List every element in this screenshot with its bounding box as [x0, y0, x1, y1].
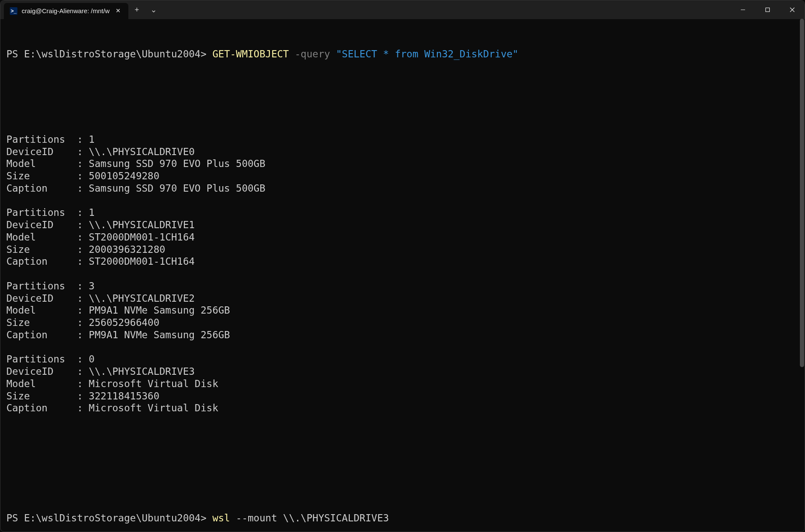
kv-line: DeviceID : \\.\PHYSICALDRIVE1 [6, 219, 799, 231]
terminal-window: >_ craig@Craig-Alienware: /mnt/w ✕ + ⌄ P… [0, 0, 805, 532]
kv-line: Caption : Samsung SSD 970 EVO Plus 500GB [6, 182, 799, 195]
drive-entry: Partitions : 1DeviceID : \\.\PHYSICALDRI… [6, 133, 799, 195]
maximize-icon [765, 7, 770, 12]
window-controls [731, 0, 805, 19]
close-icon [790, 7, 795, 12]
drive-entry: Partitions : 1DeviceID : \\.\PHYSICALDRI… [6, 207, 799, 268]
kv-line: Size : 500105249280 [6, 170, 799, 182]
kv-line: Model : PM9A1 NVMe Samsung 256GB [6, 304, 799, 317]
tab-dropdown-button[interactable]: ⌄ [145, 0, 162, 19]
tab-active[interactable]: >_ craig@Craig-Alienware: /mnt/w ✕ [4, 3, 128, 19]
powershell-icon: >_ [10, 7, 17, 15]
maximize-button[interactable] [755, 0, 780, 19]
wmi-output: Partitions : 1DeviceID : \\.\PHYSICALDRI… [6, 133, 799, 414]
kv-line: Partitions : 3 [6, 280, 799, 292]
kv-line: Model : Samsung SSD 970 EVO Plus 500GB [6, 158, 799, 170]
close-button[interactable] [780, 0, 805, 19]
kv-line: Size : 256052966400 [6, 317, 799, 329]
titlebar: >_ craig@Craig-Alienware: /mnt/w ✕ + ⌄ [0, 0, 805, 19]
kv-line: Caption : Microsoft Virtual Disk [6, 402, 799, 414]
terminal-pane[interactable]: PS E:\wslDistroStorage\Ubuntu2004> GET-W… [0, 19, 805, 532]
kv-line: Caption : ST2000DM001-1CH164 [6, 255, 799, 268]
kv-line: Caption : PM9A1 NVMe Samsung 256GB [6, 329, 799, 341]
kv-line: Partitions : 1 [6, 133, 799, 146]
new-tab-button[interactable]: + [128, 0, 145, 19]
minimize-button[interactable] [731, 0, 755, 19]
kv-line: Partitions : 1 [6, 207, 799, 219]
minimize-icon [740, 7, 745, 12]
svg-rect-1 [766, 8, 770, 12]
kv-line: DeviceID : \\.\PHYSICALDRIVE0 [6, 146, 799, 158]
tab-strip: >_ craig@Craig-Alienware: /mnt/w ✕ [0, 0, 128, 19]
vertical-scrollbar[interactable] [800, 19, 804, 367]
tab-title: craig@Craig-Alienware: /mnt/w [22, 7, 110, 15]
prompt-line-2: PS E:\wslDistroStorage\Ubuntu2004> wsl -… [6, 512, 799, 524]
kv-line: Partitions : 0 [6, 353, 799, 365]
kv-line: Model : ST2000DM001-1CH164 [6, 231, 799, 243]
close-tab-icon[interactable]: ✕ [114, 6, 122, 17]
drive-entry: Partitions : 3DeviceID : \\.\PHYSICALDRI… [6, 280, 799, 341]
kv-line: DeviceID : \\.\PHYSICALDRIVE2 [6, 292, 799, 305]
kv-line: DeviceID : \\.\PHYSICALDRIVE3 [6, 365, 799, 378]
prompt-line-1: PS E:\wslDistroStorage\Ubuntu2004> GET-W… [6, 48, 799, 60]
tab-actions: + ⌄ [128, 0, 162, 19]
kv-line: Size : 2000396321280 [6, 243, 799, 256]
titlebar-drag-area[interactable] [162, 0, 731, 19]
drive-entry: Partitions : 0DeviceID : \\.\PHYSICALDRI… [6, 353, 799, 414]
kv-line: Size : 322118415360 [6, 390, 799, 402]
kv-line: Model : Microsoft Virtual Disk [6, 378, 799, 390]
